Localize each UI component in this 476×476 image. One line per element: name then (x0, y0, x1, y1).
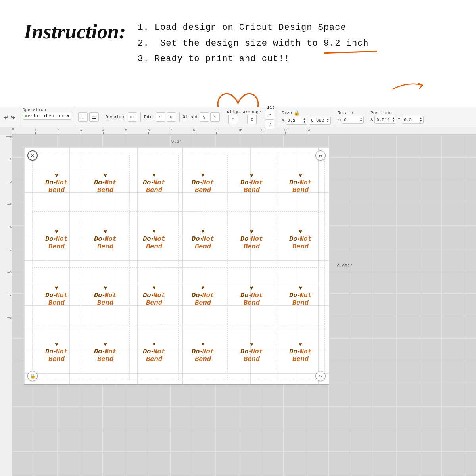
height-measurement: 6.692" (337, 263, 353, 268)
sticker-line1: Do✦Not (45, 348, 68, 356)
sticker-item: ♥ Do✦Not Bend (32, 268, 81, 324)
sticker-item: ♥ Do✦Not Bend (32, 324, 81, 380)
height-input[interactable]: 6.692 ▲ ▼ (309, 117, 331, 125)
edit-label: Edit (144, 115, 154, 119)
sticker-heart: ♥ (55, 341, 58, 347)
sticker-line2: Bend (48, 187, 65, 194)
grid-view-btn[interactable]: ⊞ (78, 112, 88, 122)
sticker-heart: ♥ (250, 228, 253, 235)
operation-select[interactable]: ■ Print Then Cut ▼ (23, 113, 72, 120)
flip-btn2[interactable]: ▽ (265, 119, 274, 129)
sticker-heart: ♥ (201, 341, 204, 347)
edit-btn2[interactable]: ⊕ (167, 112, 176, 122)
sticker-heart: ♥ (104, 285, 107, 291)
sticker-line1: Do✦Not (94, 348, 117, 356)
instruction-steps: 1. Load design on Cricut Design Space 2.… (138, 16, 452, 67)
undo-button[interactable]: ↩ (4, 113, 8, 121)
sticker-line2: Bend (195, 299, 211, 307)
sticker-item: ♥ Do✦Not Bend (81, 324, 130, 380)
width-input[interactable]: 9.2 ▲ ▼ (286, 117, 307, 125)
y-label: Y (398, 117, 400, 122)
sticker-line1: Do✦Not (289, 236, 312, 243)
step-1: 1. Load design on Cricut Design Space (138, 20, 452, 36)
sticker-heart: ♥ (104, 228, 107, 235)
sticker-item: ♥ Do✦Not Bend (178, 268, 227, 324)
refresh-handle[interactable]: ↻ (315, 150, 326, 161)
sticker-line2: Bend (244, 187, 260, 194)
sticker-heart: ♥ (299, 285, 302, 291)
sticker-heart: ♥ (152, 172, 155, 178)
sticker-heart: ♥ (55, 172, 58, 178)
sticker-line2: Bend (48, 356, 65, 363)
sticker-item: ♥ Do✦Not Bend (227, 268, 276, 324)
sticker-heart: ♥ (299, 341, 302, 347)
sticker-grid: ♥ Do✦Not Bend ♥ Do✦Not Bend ♥ Do✦Not Ben… (32, 155, 325, 380)
sticker-line2: Bend (97, 299, 113, 307)
sticker-line1: Do✦Not (94, 179, 117, 187)
sticker-heart: ♥ (201, 285, 204, 291)
sticker-item: ♥ Do✦Not Bend (32, 155, 81, 211)
align-btn[interactable]: ≡ (228, 115, 238, 124)
size-highlight: 9.2 inch (324, 36, 369, 52)
arrange-btn[interactable]: ⊡ (247, 115, 257, 124)
sticker-line1: Do✦Not (94, 236, 117, 243)
sticker-line1: Do✦Not (289, 348, 312, 356)
close-handle[interactable]: ✕ (27, 150, 38, 161)
instructions-area: Instruction: 1. Load design on Cricut De… (24, 16, 452, 67)
redo-button[interactable]: ↪ (11, 113, 15, 121)
operation-group: Operation ■ Print Then Cut ▼ (23, 107, 75, 127)
align-label: Align (226, 110, 240, 115)
x-input[interactable]: 0.514 ▲ ▼ (374, 116, 396, 124)
offset-btn[interactable]: ◎ (200, 112, 209, 122)
sticker-heart: ♥ (201, 172, 204, 178)
sticker-line2: Bend (195, 243, 211, 251)
sticker-line1: Do✦Not (45, 179, 68, 187)
sticker-heart: ♥ (55, 228, 58, 235)
resize-handle[interactable]: ↔ (315, 371, 326, 381)
arrange-label: Arrange (243, 110, 261, 115)
sticker-line1: Do✦Not (192, 292, 214, 299)
flip-btn[interactable]: ⇔ (265, 110, 274, 119)
grid-canvas[interactable]: ♥ Do✦Not Bend ♥ Do✦Not Bend ♥ Do✦Not Ben… (12, 135, 476, 476)
sticker-line1: Do✦Not (240, 236, 263, 243)
sticker-line2: Bend (146, 356, 162, 363)
sticker-heart: ♥ (152, 228, 155, 235)
sticker-line2: Bend (195, 187, 211, 194)
orange-arrow-decoration (393, 77, 424, 93)
sticker-line1: Do✦Not (240, 348, 263, 356)
lock-handle[interactable]: 🔒 (27, 371, 38, 381)
rotate-input[interactable]: 0 ▲ ▼ (342, 116, 364, 124)
sticker-line1: Do✦Not (143, 292, 165, 299)
sticker-line2: Bend (195, 356, 211, 363)
design-area[interactable]: ♥ Do✦Not Bend ♥ Do✦Not Bend ♥ Do✦Not Ben… (24, 147, 329, 385)
sticker-item: ♥ Do✦Not Bend (130, 324, 178, 380)
instruction-title: Instruction: (24, 20, 126, 43)
sticker-heart: ♥ (250, 341, 253, 347)
operation-label: Operation (23, 107, 46, 112)
sticker-line1: Do✦Not (45, 236, 68, 243)
sticker-line2: Bend (146, 187, 162, 194)
width-measurement: 9.2" (171, 139, 182, 144)
sticker-line2: Bend (97, 243, 113, 251)
position-label: Position (370, 111, 392, 115)
sticker-item: ♥ Do✦Not Bend (32, 211, 81, 268)
x-label: X (370, 117, 373, 122)
sticker-line2: Bend (146, 299, 162, 307)
sticker-line2: Bend (244, 243, 260, 251)
offset-btn2[interactable]: ▽ (210, 112, 220, 122)
toolbar: ↩ ↪ Operation ■ Print Then Cut ▼ ⊞ ☰ Des… (0, 107, 476, 127)
sticker-heart: ♥ (299, 172, 302, 178)
sticker-line2: Bend (146, 243, 162, 251)
edit-btn[interactable]: ✂ (156, 112, 165, 122)
rotate-icon: ↻ (338, 116, 341, 123)
sticker-line2: Bend (292, 243, 309, 251)
lock-size-icon[interactable]: 🔒 (294, 110, 300, 116)
ruler-left: 0 1 2 3 4 5 6 7 8 (0, 135, 12, 476)
deselect-btn[interactable]: ⊞+ (128, 112, 137, 122)
sticker-line1: Do✦Not (289, 179, 312, 187)
sticker-line1: Do✦Not (45, 292, 68, 299)
sticker-line1: Do✦Not (143, 179, 165, 187)
y-input[interactable]: 0.5 ▲ ▼ (402, 116, 424, 124)
operation-dot: ■ (25, 114, 27, 119)
list-view-btn[interactable]: ☰ (89, 112, 99, 122)
